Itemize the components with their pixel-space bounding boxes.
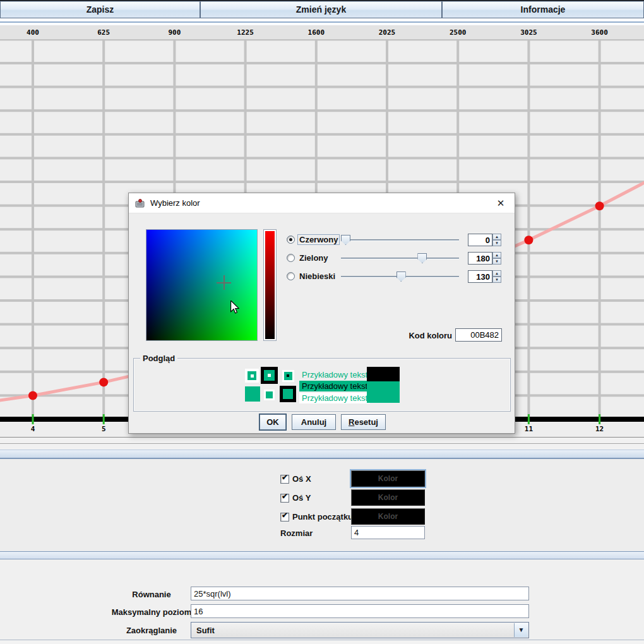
axes-settings-panel: ✔ Oś X Kolor ✔ Oś Y Kolor ✔ Punkt począt… [0, 459, 644, 551]
checkbox-punkt-poczatku[interactable]: ✔ [280, 513, 289, 522]
spinner-up-icon[interactable]: ▲ [492, 252, 501, 258]
save-button[interactable]: Zapisz [0, 1, 200, 18]
resetuj-button[interactable]: Resetuj [341, 414, 386, 430]
czerwony-spinner: ▲▼ [468, 234, 501, 246]
mouse-cursor-icon [230, 301, 239, 316]
zielony-slider[interactable] [340, 253, 460, 264]
niebieski-label: Niebieski [299, 271, 335, 281]
rozmiar-input[interactable] [351, 526, 425, 539]
zielony-value-input[interactable] [468, 252, 492, 265]
ok-button[interactable]: OK [259, 414, 286, 430]
change-language-button[interactable]: Zmień język [200, 1, 442, 18]
top-axis-label: 625 [97, 28, 110, 37]
radio-niebieski[interactable] [287, 272, 295, 280]
checkbox-os-x[interactable]: ✔ [280, 475, 289, 484]
rownanie-label: Równanie [101, 590, 202, 599]
punkt-poczatku-color-button[interactable]: Kolor [351, 508, 425, 525]
os-x-label: Oś X [292, 474, 311, 484]
checkbox-os-y[interactable]: ✔ [280, 494, 289, 503]
zielony-label: Zielony [299, 253, 328, 263]
check-icon: ✔ [282, 473, 288, 482]
toolbar-separator [0, 18, 644, 25]
preview-swatch [245, 386, 260, 402]
radio-zielony[interactable] [287, 254, 295, 262]
punkt-poczatku-label: Punkt początku [292, 512, 353, 522]
top-axis-label: 1600 [308, 28, 325, 37]
svg-text:11: 11 [525, 425, 534, 433]
status-strip [0, 640, 644, 644]
kod-koloru-label: Kod koloru [369, 331, 452, 340]
preview-title: Podgląd [140, 354, 177, 363]
green-channel-row: Zielony ▲▼ [285, 251, 503, 265]
radio-czerwony[interactable] [287, 236, 295, 244]
information-button[interactable]: Informacje [442, 1, 644, 18]
section-divider [0, 551, 644, 559]
anuluj-button[interactable]: Anuluj [292, 414, 336, 430]
preview-color-block-new [367, 381, 400, 403]
os-x-color-button[interactable]: Kolor [351, 470, 425, 487]
czerwony-value-input[interactable] [468, 234, 492, 246]
sample-text-on-white: Przykładowy tekst [299, 393, 370, 403]
czerwony-label: Czerwony [298, 235, 339, 244]
dialog-title-bar[interactable]: Wybierz kolor ✕ [129, 193, 515, 213]
dropdown-arrow-button[interactable]: ▼ [514, 623, 528, 637]
spinner-down-icon[interactable]: ▼ [492, 258, 501, 265]
top-axis-label: 900 [168, 28, 181, 37]
menu-bar: Zapisz Zmień język Informacje [0, 0, 644, 18]
rownanie-input[interactable] [191, 587, 529, 600]
svg-text:4: 4 [31, 425, 35, 433]
application-window: Zapisz Zmień język Informacje 4006259001… [0, 0, 644, 644]
kod-koloru-input[interactable] [455, 328, 502, 342]
spinner-up-icon[interactable]: ▲ [492, 270, 501, 277]
blue-channel-row: Niebieski ▲▼ [285, 270, 503, 283]
sample-text-highlighted: Przykładowy tekst [299, 381, 370, 391]
close-icon[interactable]: ✕ [493, 196, 508, 210]
dialog-title: Wybierz kolor [150, 198, 200, 208]
top-axis-label: 1225 [237, 28, 254, 37]
slider-thumb[interactable] [341, 235, 350, 245]
color-chooser-dialog: Wybierz kolor ✕ Czerwony ▲▼ Zielony [128, 193, 515, 434]
zaokraglanie-dropdown[interactable]: Sufit ▼ [191, 622, 529, 638]
zaokraglanie-label: Zaokrąglanie [101, 626, 202, 635]
os-y-color-button[interactable]: Kolor [351, 489, 425, 506]
color-selection-crosshair [224, 275, 225, 290]
slider-thumb[interactable] [417, 253, 427, 263]
svg-text:12: 12 [595, 425, 604, 433]
check-icon: ✔ [282, 492, 288, 501]
top-axis-label: 3600 [591, 28, 608, 37]
top-axis-label: 2500 [450, 28, 467, 37]
zielony-spinner: ▲▼ [468, 252, 501, 265]
spinner-down-icon[interactable]: ▼ [492, 240, 501, 246]
preview-swatch [282, 370, 294, 382]
preview-color-block-old [367, 367, 400, 381]
top-axis-label: 400 [27, 28, 39, 37]
top-axis-ruler: 400625900122516002025250030253600 [0, 25, 644, 39]
equation-panel: Równanie Maksymalny poziom Zaokrąglanie … [0, 559, 644, 640]
preview-swatch [245, 369, 259, 383]
maksymalny-poziom-label: Maksymalny poziom [101, 607, 202, 617]
top-axis-label: 3025 [520, 28, 537, 37]
color-chooser-icon [135, 198, 145, 211]
spinner-up-icon[interactable]: ▲ [492, 234, 501, 240]
niebieski-value-input[interactable] [468, 270, 492, 283]
section-divider [0, 437, 644, 459]
red-channel-row: Czerwony ▲▼ [285, 233, 503, 247]
czerwony-slider[interactable] [340, 234, 460, 246]
slider-thumb[interactable] [397, 271, 406, 282]
top-axis-label: 2025 [379, 28, 396, 37]
svg-text:5: 5 [102, 425, 106, 433]
os-y-label: Oś Y [292, 493, 311, 503]
niebieski-spinner: ▲▼ [468, 270, 501, 283]
spinner-down-icon[interactable]: ▼ [492, 277, 501, 283]
rozmiar-label: Rozmiar [280, 528, 313, 538]
maksymalny-poziom-input[interactable] [191, 604, 529, 618]
preview-swatch [264, 390, 275, 400]
niebieski-slider[interactable] [340, 271, 460, 282]
chevron-down-icon: ▼ [518, 626, 525, 633]
color-gradient-picker[interactable] [146, 229, 258, 341]
zaokraglanie-selected-value: Sufit [196, 626, 215, 635]
preview-swatch [280, 386, 296, 402]
preview-swatch [261, 367, 278, 384]
red-channel-bar[interactable] [263, 229, 277, 341]
check-icon: ✔ [282, 511, 288, 520]
